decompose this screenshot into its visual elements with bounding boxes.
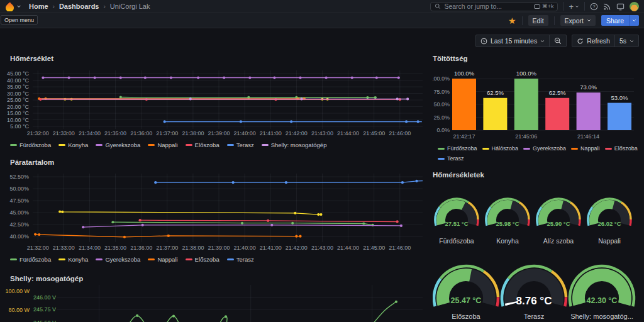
legend-item[interactable]: Hálószoba: [482, 145, 519, 152]
legend-item[interactable]: Terasz: [438, 155, 464, 162]
data-point: [299, 235, 301, 238]
time-range-picker[interactable]: Last 15 minutes: [476, 35, 549, 47]
panel-title[interactable]: Páratartalom: [10, 158, 54, 166]
legend-item[interactable]: Előszoba: [186, 256, 219, 263]
search-input[interactable]: Search or jump to... ⌘+k: [430, 2, 558, 11]
svg-text:10.00 °C: 10.00 °C: [7, 117, 30, 123]
share-button[interactable]: Share: [601, 15, 629, 26]
panel-title[interactable]: Töltöttség: [433, 55, 468, 62]
svg-text:25.0%: 25.0%: [433, 114, 450, 121]
share-dropdown-button[interactable]: [629, 15, 639, 26]
legend-item[interactable]: Nappali: [148, 142, 177, 148]
gauge-label: Konyha: [496, 237, 519, 245]
legend-swatch: [58, 258, 65, 260]
legend-item[interactable]: Fürdőszoba: [438, 145, 477, 152]
svg-text:0.0%: 0.0%: [436, 127, 450, 133]
chevron-down-icon[interactable]: [16, 4, 21, 9]
edit-button[interactable]: Edit: [528, 15, 548, 26]
divider: [584, 2, 585, 11]
legend-item[interactable]: Terasz: [227, 256, 254, 263]
gauge-label: Nappali: [598, 237, 621, 245]
legend-item[interactable]: Gyerekszoba: [523, 145, 566, 152]
refresh-button[interactable]: Refresh: [572, 35, 614, 47]
gauge-label: Alíz szoba: [543, 237, 574, 245]
legend-label: Fürdőszoba: [447, 145, 477, 152]
legend-label: Gyerekszoba: [533, 145, 566, 152]
grafana-logo[interactable]: [5, 2, 14, 11]
temperature-line-chart: 5.00 °C10.00 °C15.00 °C20.00 °C25.00 °C3…: [5, 53, 423, 140]
svg-text:100.00 W: 100.00 W: [5, 288, 30, 294]
svg-text:21:40:00: 21:40:00: [234, 245, 256, 251]
legend-label: Konyha: [68, 256, 88, 263]
chart-legend: Terasz: [438, 155, 464, 162]
gauge-value: 42.30 °C: [587, 296, 618, 305]
zoom-out-button[interactable]: [549, 35, 566, 47]
gauge-label: Előszoba: [452, 313, 480, 320]
svg-text:21:44:00: 21:44:00: [337, 245, 359, 251]
svg-text:73.0%: 73.0%: [580, 84, 597, 91]
legend-item[interactable]: Gyerekszoba: [96, 142, 140, 148]
data-point: [300, 97, 303, 100]
panel-title[interactable]: Hőmérséklet: [10, 55, 53, 62]
legend-item[interactable]: Fürdőszoba: [10, 256, 51, 263]
data-point: [39, 98, 42, 101]
gauge-label: Shelly: mosogatóg...: [570, 313, 633, 320]
legend-item[interactable]: Gyerekszoba: [96, 256, 140, 263]
svg-text:30.00 °C: 30.00 °C: [7, 91, 30, 97]
data-point: [111, 221, 114, 223]
data-point: [123, 236, 126, 238]
data-point: [167, 235, 170, 237]
legend-item[interactable]: Shelly: mosogatógép: [262, 142, 327, 148]
add-button[interactable]: +: [569, 3, 579, 11]
series-line: [125, 302, 396, 322]
legend-item[interactable]: Nappali: [571, 145, 600, 152]
bar: [608, 103, 631, 130]
svg-text:21:33:00: 21:33:00: [53, 130, 75, 136]
legend-item[interactable]: Konyha: [58, 256, 88, 263]
series-line: [155, 181, 423, 183]
data-point: [58, 210, 61, 213]
panel-title[interactable]: Hőmérsékletek: [433, 171, 484, 179]
legend-label: Fürdőszoba: [19, 142, 51, 148]
data-point: [291, 222, 294, 225]
legend-swatch: [571, 148, 578, 150]
monitor-icon[interactable]: [616, 3, 625, 11]
breadcrumb-dashboards[interactable]: Dashboards: [59, 3, 99, 10]
humidity-line-chart: 40.00%42.50%45.00%47.50%50.00%52.50%21:3…: [5, 157, 423, 253]
temperature-gauges: 27.51 °CFürdőszoba25.98 °CKonyha25.90 °C…: [433, 170, 639, 322]
svg-text:21:43:00: 21:43:00: [311, 130, 333, 136]
data-point: [375, 76, 378, 79]
user-avatar[interactable]: [630, 2, 639, 11]
refresh-interval-dropdown[interactable]: 5s: [614, 35, 638, 47]
legend-swatch: [96, 144, 103, 146]
svg-text:21:39:00: 21:39:00: [208, 130, 230, 136]
help-icon[interactable]: ?: [590, 3, 598, 11]
svg-text:62.5%: 62.5%: [487, 89, 504, 96]
legend-item[interactable]: Nappali: [148, 256, 177, 263]
legend-swatch: [227, 258, 234, 260]
svg-text:45.00 °C: 45.00 °C: [7, 70, 30, 77]
svg-text:21:46:00: 21:46:00: [389, 245, 411, 251]
svg-text:50.00%: 50.00%: [9, 186, 29, 192]
legend-item[interactable]: Terasz: [227, 142, 254, 148]
panel-toltottseg: Töltöttség 0.0%25.0%50.0%75.0%100.0%100.…: [433, 53, 639, 167]
news-icon[interactable]: [603, 3, 611, 11]
data-point: [400, 225, 402, 227]
data-point: [197, 76, 199, 79]
data-point: [299, 76, 301, 79]
open-menu-button[interactable]: Open menu: [1, 15, 38, 25]
chevron-down-icon: [540, 39, 545, 43]
data-point: [317, 213, 319, 216]
search-placeholder: Search or jump to...: [444, 3, 530, 10]
legend-item[interactable]: Előszoba: [605, 145, 638, 152]
data-point: [142, 224, 144, 226]
legend-item[interactable]: Előszoba: [186, 142, 219, 148]
breadcrumb-home[interactable]: Home: [29, 3, 48, 10]
legend-item[interactable]: Fürdőszoba: [10, 142, 51, 148]
svg-text:75.0%: 75.0%: [433, 89, 450, 95]
export-button[interactable]: Export: [560, 15, 596, 26]
legend-label: Terasz: [236, 256, 254, 263]
favorite-star-icon[interactable]: ★: [508, 16, 516, 25]
legend-item[interactable]: Konyha: [58, 142, 88, 148]
svg-text:21:39:00: 21:39:00: [208, 245, 230, 251]
